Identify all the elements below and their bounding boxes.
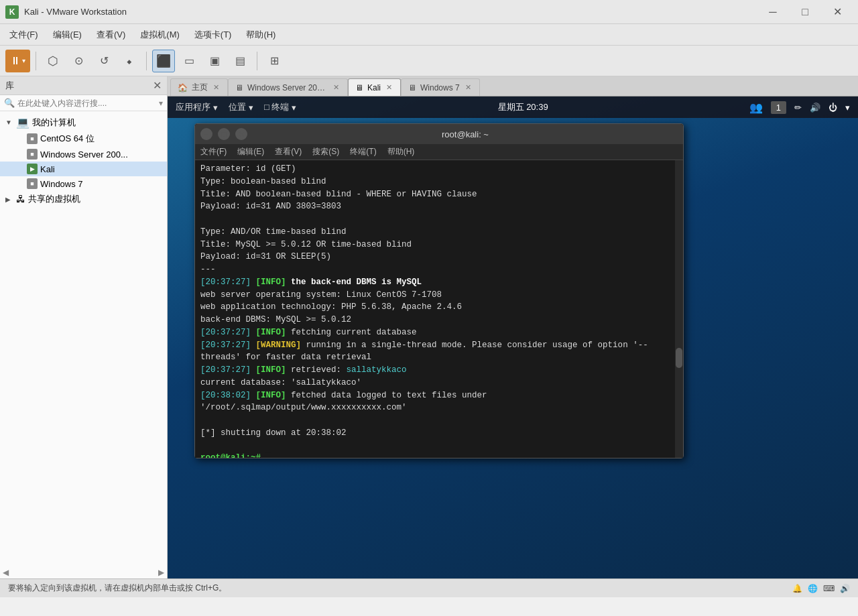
main-layout: 库 ✕ 🔍 ▾ ▼ 💻 我的计算机 ■ CentOS 64 位 (0, 76, 858, 578)
kali-terminal-menu[interactable]: □ 终端 ▾ (264, 101, 296, 113)
toolbar-separator-1 (36, 52, 36, 70)
menu-help[interactable]: 帮助(H) (239, 26, 282, 44)
win7-tab-close[interactable]: ✕ (464, 83, 473, 92)
sidebar-item-winserver2003[interactable]: ■ Windows Server 200... (0, 147, 167, 162)
terminal-line: Parameter: id (GET) (200, 163, 670, 176)
right-panel: 🏠 主页 ✕ 🖥 Windows Server 2003 Standard...… (168, 76, 858, 578)
kali-tab-close[interactable]: ✕ (385, 83, 393, 92)
kali-tab-icon: 🖥 (355, 83, 363, 93)
tab-win7[interactable]: 🖥 Windows 7 ✕ (401, 78, 480, 96)
expand-shared-icon: ▶ (5, 196, 13, 203)
terminal-menu-edit[interactable]: 编辑(E) (237, 146, 264, 158)
terminal-line: Type: boolean-based blind (200, 176, 670, 188)
sidebar-item-kali[interactable]: ▶ Kali (0, 162, 167, 176)
sidebar-item-my-computer[interactable]: ▼ 💻 我的计算机 (0, 114, 167, 131)
terminal-line: [20:37:27] [INFO] fetching current datab… (200, 326, 670, 339)
sidebar-header: 库 ✕ (0, 76, 167, 95)
winserver-tab-label: Windows Server 2003 Standard... (247, 83, 328, 93)
fullscreen-button[interactable]: ⬛ (152, 50, 175, 72)
terminal-window[interactable]: ─ □ ✕ root@kali: ~ 文件(F) 编辑(E) 查看(V) 搜索(… (194, 123, 684, 458)
view3-button[interactable]: ▤ (229, 50, 251, 72)
terminal-menu-bar: 文件(F) 编辑(E) 查看(V) 搜索(S) 终端(T) 帮助(H) (195, 144, 683, 160)
home-tab-close[interactable]: ✕ (212, 83, 221, 92)
kali-places-menu[interactable]: 位置 ▾ (229, 101, 253, 113)
places-caret-icon: ▾ (249, 103, 253, 113)
kali-top-panel: 应用程序 ▾ 位置 ▾ □ 终端 ▾ 星期五 20:39 (168, 97, 858, 118)
terminal-menu-terminal[interactable]: 终端(T) (350, 146, 376, 158)
menu-tab[interactable]: 选项卡(T) (188, 26, 239, 44)
terminal-maximize-button[interactable]: □ (218, 128, 230, 140)
terminal-menu-help[interactable]: 帮助(H) (387, 146, 415, 158)
terminal-line: root@kali:~# █ (200, 452, 670, 458)
minimize-button[interactable]: ─ (757, 1, 788, 23)
status-message: 要将输入定向到该虚拟机，请在虚拟机内部单击或按 Ctrl+G。 (8, 582, 227, 594)
workspace-indicator: 1 (771, 101, 786, 114)
terminal-minimize-button[interactable]: ─ (200, 128, 212, 140)
scroll-right-button[interactable]: ▶ (158, 568, 164, 577)
menu-vm[interactable]: 虚拟机(M) (133, 26, 186, 44)
sidebar-item-win7[interactable]: ■ Windows 7 (0, 176, 167, 191)
vm-icon-winserver: ■ (27, 149, 38, 160)
sidebar-item-shared-vms[interactable]: ▶ 🖧 共享的虚拟机 (0, 191, 167, 207)
shared-label: 共享的虚拟机 (28, 193, 80, 205)
terminal-scrollbar[interactable] (675, 160, 683, 458)
pause-icon: ⏸ (10, 55, 21, 67)
expand-icon[interactable]: ▾ (159, 99, 163, 108)
view3-icon: ▤ (235, 54, 245, 67)
terminal-line: Title: MySQL >= 5.0.12 OR time-based bli… (200, 239, 670, 251)
view2-icon: ▣ (210, 54, 220, 67)
menu-view[interactable]: 查看(V) (90, 26, 132, 44)
computer-icon: 💻 (16, 116, 29, 129)
terminal-close-button[interactable]: ✕ (235, 128, 247, 140)
terminal-menu-view[interactable]: 查看(V) (275, 146, 302, 158)
power-dropdown[interactable]: ⏸ ▾ (5, 50, 30, 72)
unity-button[interactable]: ▭ (178, 50, 200, 72)
menu-edit[interactable]: 编辑(E) (46, 26, 88, 44)
winserver-tab-icon: 🖥 (235, 83, 243, 93)
terminal-line: [20:37:27] [INFO] the back-end DBMS is M… (200, 276, 670, 289)
terminal-line: web server operating system: Linux CentO… (200, 289, 670, 302)
kali-tab-label: Kali (367, 83, 381, 93)
terminal-line (200, 414, 670, 427)
vm-display-area[interactable]: 应用程序 ▾ 位置 ▾ □ 终端 ▾ 星期五 20:39 (168, 97, 858, 578)
notification-icon: 🔔 (792, 584, 802, 593)
sidebar-item-centos[interactable]: ■ CentOS 64 位 (0, 131, 167, 147)
maximize-button[interactable]: □ (790, 1, 820, 23)
terminal-label: □ 终端 (264, 101, 289, 113)
terminal-titlebar: ─ □ ✕ root@kali: ~ (195, 124, 683, 144)
panel-caret-icon: ▾ (845, 103, 850, 113)
prefs-icon: ⊞ (270, 54, 279, 67)
kali-apps-menu[interactable]: 应用程序 ▾ (176, 101, 218, 113)
terminal-body[interactable]: Parameter: id (GET) Type: boolean-based … (195, 160, 675, 458)
close-button[interactable]: ✕ (822, 1, 853, 23)
vm-icon-win7: ■ (27, 178, 38, 189)
home-tab-icon: 🏠 (178, 83, 188, 93)
tab-kali[interactable]: 🖥 Kali ✕ (348, 78, 401, 96)
terminal-line (200, 440, 670, 452)
terminal-menu-file[interactable]: 文件(F) (200, 146, 227, 158)
tab-home[interactable]: 🏠 主页 ✕ (170, 78, 228, 96)
terminal-menu-search[interactable]: 搜索(S) (312, 146, 339, 158)
terminal-line: back-end DBMS: MySQL >= 5.0.12 (200, 314, 670, 326)
menu-bar: 文件(F) 编辑(E) 查看(V) 虚拟机(M) 选项卡(T) 帮助(H) (0, 24, 858, 46)
connect-button[interactable]: ⬡ (42, 50, 64, 72)
datetime-label: 星期五 20:39 (498, 102, 548, 112)
snapshot-button[interactable]: ⊙ (67, 50, 90, 72)
scrollbar-thumb[interactable] (676, 348, 682, 368)
expand-arrow-icon: ▼ (5, 119, 13, 126)
terminal-line: [20:37:27] [INFO] retrieved: sallatykkac… (200, 364, 670, 377)
prefs-button[interactable]: ⊞ (263, 50, 286, 72)
kali-desktop[interactable]: 应用程序 ▾ 位置 ▾ □ 终端 ▾ 星期五 20:39 (168, 97, 858, 578)
terminal-line: Payload: id=31 OR SLEEP(5) (200, 251, 670, 263)
menu-file[interactable]: 文件(F) (3, 26, 45, 44)
view2-button[interactable]: ▣ (203, 50, 226, 72)
usb-button[interactable]: ⬥ (118, 50, 141, 72)
dropdown-caret-icon: ▾ (22, 57, 25, 64)
scroll-left-button[interactable]: ◀ (3, 568, 9, 577)
search-input[interactable] (17, 99, 156, 108)
winserver-tab-close[interactable]: ✕ (332, 83, 341, 92)
tab-winserver[interactable]: 🖥 Windows Server 2003 Standard... ✕ (228, 78, 348, 96)
window-controls: ─ □ ✕ (757, 1, 853, 23)
revert-button[interactable]: ↺ (93, 50, 115, 72)
sidebar-close-button[interactable]: ✕ (153, 79, 162, 92)
